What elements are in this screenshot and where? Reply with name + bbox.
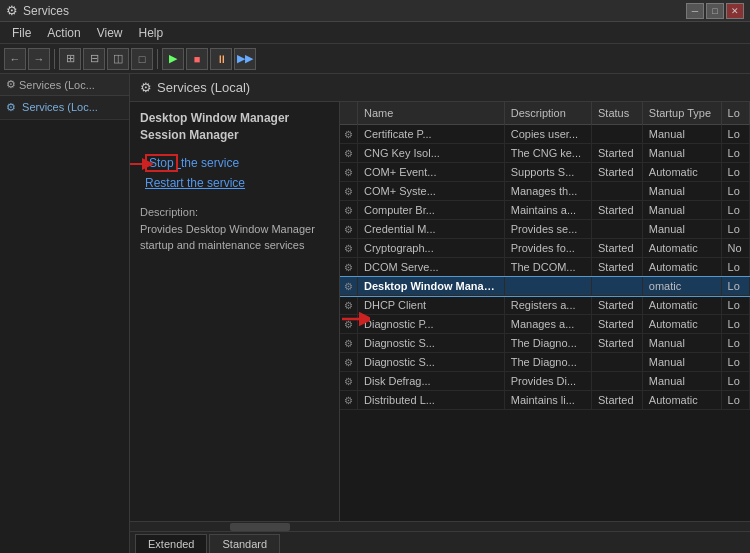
tab-extended[interactable]: Extended (135, 534, 207, 553)
table-row[interactable]: ⚙Credential M...Provides se...ManualLo (340, 220, 750, 239)
service-name: CNG Key Isol... (358, 144, 505, 163)
title-bar-controls: ─ □ ✕ (686, 3, 744, 19)
service-description: Supports S... (504, 163, 591, 182)
col-lo[interactable]: Lo (721, 102, 749, 125)
play-button[interactable]: ▶ (162, 48, 184, 70)
sidebar-header: ⚙ Services (Loc... (0, 74, 129, 96)
table-row[interactable]: ⚙DHCP ClientRegisters a...StartedAutomat… (340, 296, 750, 315)
table-row[interactable]: ⚙CNG Key Isol...The CNG ke...StartedManu… (340, 144, 750, 163)
service-logon: Lo (721, 258, 749, 277)
stop-button[interactable]: ■ (186, 48, 208, 70)
service-description: Manages a... (504, 315, 591, 334)
menu-action[interactable]: Action (39, 24, 88, 42)
gear-icon: ⚙ (344, 243, 353, 254)
stop-service-link[interactable]: Stop (145, 156, 181, 170)
service-description: Maintains li... (504, 391, 591, 410)
service-status: Started (592, 144, 643, 163)
table-row[interactable]: ⚙Cryptograph...Provides fo...StartedAuto… (340, 239, 750, 258)
service-startup: Automatic (642, 296, 721, 315)
toolbar-btn-1[interactable]: ⊞ (59, 48, 81, 70)
restart-service-link[interactable]: Restart the service (145, 176, 329, 190)
table-row[interactable]: ⚙Desktop Window Manager Session Managero… (340, 277, 750, 296)
close-button[interactable]: ✕ (726, 3, 744, 19)
service-icon-cell: ⚙ (340, 334, 358, 353)
service-description: Provides se... (504, 220, 591, 239)
back-button[interactable]: ← (4, 48, 26, 70)
table-row[interactable]: ⚙Disk Defrag...Provides Di...ManualLo (340, 372, 750, 391)
sidebar-item-services-local[interactable]: ⚙ Services (Loc... (0, 96, 129, 120)
table-row[interactable]: ⚙Computer Br...Maintains a...StartedManu… (340, 201, 750, 220)
service-status: Started (592, 239, 643, 258)
content-header-title: Services (Local) (157, 80, 250, 95)
service-description: Provides Di... (504, 372, 591, 391)
restart-button[interactable]: ▶▶ (234, 48, 256, 70)
service-logon: Lo (721, 391, 749, 410)
menu-help[interactable]: Help (131, 24, 172, 42)
sidebar-header-text: Services (Loc... (19, 79, 95, 91)
service-icon-cell: ⚙ (340, 239, 358, 258)
service-name: Diagnostic S... (358, 334, 505, 353)
toolbar-btn-2[interactable]: ⊟ (83, 48, 105, 70)
description-section: Description: Provides Desktop Window Man… (140, 206, 329, 254)
table-row[interactable]: ⚙COM+ Event...Supports S...StartedAutoma… (340, 163, 750, 182)
service-icon-cell: ⚙ (340, 125, 358, 144)
title-bar-text: Services (23, 4, 686, 18)
service-icon-cell: ⚙ (340, 163, 358, 182)
scrollbar-thumb[interactable] (230, 523, 290, 531)
service-description: Copies user... (504, 125, 591, 144)
table-row[interactable]: ⚙Certificate P...Copies user...ManualLo (340, 125, 750, 144)
table-row[interactable]: ⚙COM+ Syste...Manages th...ManualLo (340, 182, 750, 201)
service-name: DCOM Serve... (358, 258, 505, 277)
gear-icon: ⚙ (344, 395, 353, 406)
table-row[interactable]: ⚙Diagnostic P...Manages a...StartedAutom… (340, 315, 750, 334)
service-name: Cryptograph... (358, 239, 505, 258)
service-startup: Manual (642, 372, 721, 391)
col-description[interactable]: Description (504, 102, 591, 125)
gear-icon: ⚙ (344, 357, 353, 368)
table-area[interactable]: Name Description Status Startup Type Lo … (340, 102, 750, 521)
minimize-button[interactable]: ─ (686, 3, 704, 19)
toolbar-btn-4[interactable]: □ (131, 48, 153, 70)
service-status (592, 353, 643, 372)
description-text: Provides Desktop Window Manager startup … (140, 221, 329, 254)
forward-button[interactable]: → (28, 48, 50, 70)
maximize-button[interactable]: □ (706, 3, 724, 19)
service-name: COM+ Syste... (358, 182, 505, 201)
tab-bar: Extended Standard (130, 531, 750, 553)
pause-button[interactable]: ⏸ (210, 48, 232, 70)
table-row[interactable]: ⚙Diagnostic S...The Diagno...StartedManu… (340, 334, 750, 353)
content-body: Desktop Window ManagerSession Manager St… (130, 102, 750, 521)
gear-icon: ⚙ (344, 129, 353, 140)
service-startup: Automatic (642, 239, 721, 258)
table-row[interactable]: ⚙Diagnostic S...The Diagno...ManualLo (340, 353, 750, 372)
col-startup[interactable]: Startup Type (642, 102, 721, 125)
gear-icon: ⚙ (344, 262, 353, 273)
service-name: COM+ Event... (358, 163, 505, 182)
col-name[interactable]: Name (358, 102, 505, 125)
service-status (592, 182, 643, 201)
service-logon: Lo (721, 201, 749, 220)
title-bar: ⚙ Services ─ □ ✕ (0, 0, 750, 22)
col-status[interactable]: Status (592, 102, 643, 125)
sidebar-gear-icon: ⚙ (6, 78, 16, 91)
service-description: Registers a... (504, 296, 591, 315)
horizontal-scrollbar[interactable] (130, 521, 750, 531)
service-name: DHCP Client (358, 296, 505, 315)
table-row[interactable]: ⚙DCOM Serve...The DCOM...StartedAutomati… (340, 258, 750, 277)
table-header-row: Name Description Status Startup Type Lo (340, 102, 750, 125)
menu-file[interactable]: File (4, 24, 39, 42)
service-name: Credential M... (358, 220, 505, 239)
toolbar-separator-1 (54, 49, 55, 69)
service-status (592, 372, 643, 391)
table-row[interactable]: ⚙Distributed L...Maintains li...StartedA… (340, 391, 750, 410)
service-logon: Lo (721, 315, 749, 334)
menu-view[interactable]: View (89, 24, 131, 42)
service-name: Diagnostic P... (358, 315, 505, 334)
gear-icon: ⚙ (344, 167, 353, 178)
gear-icon: ⚙ (344, 205, 353, 216)
service-status: Started (592, 315, 643, 334)
stop-service-suffix: the service (181, 156, 239, 170)
toolbar-btn-3[interactable]: ◫ (107, 48, 129, 70)
tab-standard[interactable]: Standard (209, 534, 280, 553)
service-startup: Manual (642, 220, 721, 239)
